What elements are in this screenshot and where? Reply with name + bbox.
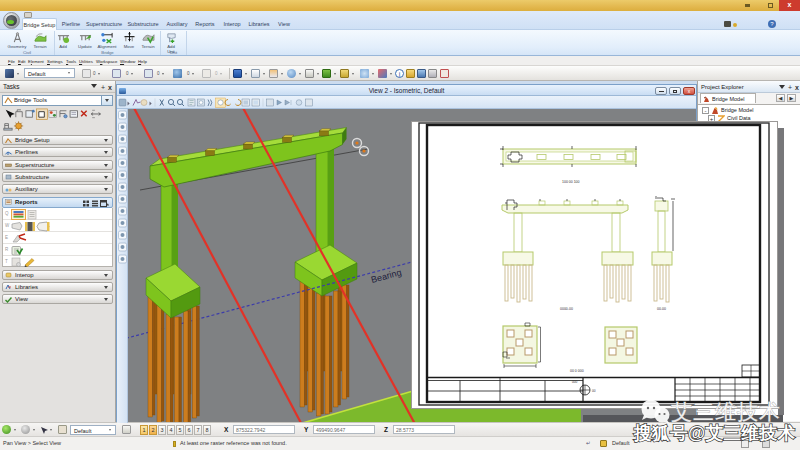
svg-text:100 00 100: 100 00 100 [562,180,580,184]
svg-text:00: 00 [592,389,596,393]
svg-text:0000-00: 0000-00 [560,307,573,311]
svg-text:00 0 000: 00 0 000 [570,369,584,373]
svg-text:000: 000 [572,380,578,384]
svg-text:00-00: 00-00 [657,307,666,311]
